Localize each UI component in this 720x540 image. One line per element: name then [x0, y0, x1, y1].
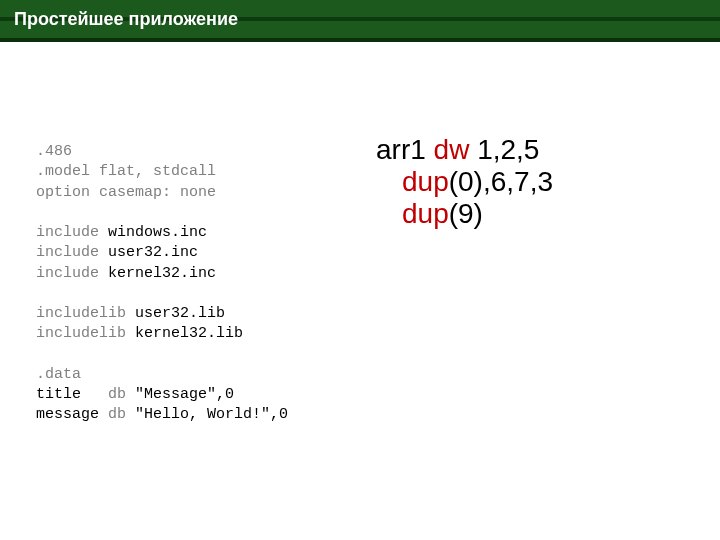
code-line: title db "Message",0: [36, 385, 366, 405]
code-blank: [36, 203, 366, 223]
content-area: .486 .model flat, stdcall option casemap…: [0, 42, 720, 426]
code-line: .data: [36, 365, 366, 385]
header-bar: Простейшее приложение: [0, 0, 720, 42]
code-line: option casemap: none: [36, 183, 366, 203]
code-line: include kernel32.inc: [36, 264, 366, 284]
code-line: .model flat, stdcall: [36, 162, 366, 182]
code-line: .486: [36, 142, 366, 162]
code-line: includelib user32.lib: [36, 304, 366, 324]
code-line: include windows.inc: [36, 223, 366, 243]
code-blank: [36, 345, 366, 365]
code-line: include user32.inc: [36, 243, 366, 263]
code-line: includelib kernel32.lib: [36, 324, 366, 344]
decl-line: arr1 dw 1,2,5: [376, 134, 700, 166]
code-line: message db "Hello, World!",0: [36, 405, 366, 425]
decl-line: dup(0),6,7,3: [376, 166, 700, 198]
assembly-code-block: .486 .model flat, stdcall option casemap…: [36, 142, 366, 426]
decl-line: dup(9): [376, 198, 700, 230]
code-blank: [36, 284, 366, 304]
array-declaration: arr1 dw 1,2,5 dup(0),6,7,3 dup(9): [366, 134, 700, 426]
page-title: Простейшее приложение: [14, 9, 238, 30]
